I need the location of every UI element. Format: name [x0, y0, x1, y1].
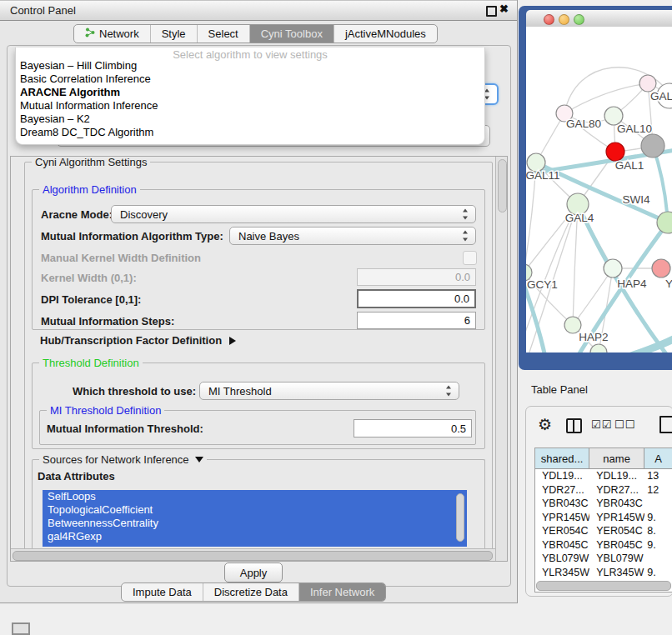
close-icon[interactable]: ✖: [499, 2, 509, 15]
network-node-y[interactable]: [652, 259, 670, 278]
apply-button[interactable]: Apply: [224, 562, 283, 582]
dropdown-item-bayesian-hill-climbing[interactable]: Bayesian – Hill Climbing: [18, 59, 482, 72]
combobox-value: Naive Bayes: [238, 230, 299, 242]
network-view-window[interactable]: GALGAL80GAL10GAL1GAL11GAL4SWI4HAP4YGCY1H…: [519, 6, 672, 370]
deselect-all-columns-icon[interactable]: ☐☐: [614, 418, 635, 431]
list-item-gal4rgexp[interactable]: gal4RGexp: [43, 530, 467, 543]
hub-transcription-expander[interactable]: Hub/Transcription Factor Definition: [40, 334, 236, 347]
table-body: YDL19...YDL19...13YDR27...YDR27...12YBR0…: [535, 469, 672, 592]
list-scrollbar-thumb[interactable]: [456, 493, 464, 542]
document-icon[interactable]: [659, 416, 672, 433]
mi-threshold-definition-group: MI Threshold Definition Mutual Informati…: [39, 410, 476, 445]
control-panel-tabbar: Network Style Select Cyni Toolbox jActiv…: [73, 24, 438, 43]
network-graph[interactable]: GALGAL80GAL10GAL1GAL11GAL4SWI4HAP4YGCY1H…: [526, 27, 672, 352]
mi-algorithm-type-label: Mutual Information Algorithm Type:: [41, 230, 223, 242]
node-label: GCY1: [527, 278, 558, 291]
network-node-gal[interactable]: [639, 75, 656, 92]
tab-select[interactable]: Select: [198, 25, 250, 42]
control-panel-window: Control Panel ✖ Network Style Select Cyn…: [0, 0, 518, 603]
mi-algorithm-type-combobox[interactable]: Naive Bayes: [229, 227, 476, 245]
table-horizontal-scrollbar-thumb[interactable]: [536, 581, 671, 591]
combobox-value: Discovery: [120, 208, 168, 221]
tab-label: Network: [99, 28, 139, 40]
vertical-scrollbar-thumb[interactable]: [498, 159, 507, 212]
table-cell: YBR043C: [535, 497, 589, 511]
tab-label: Impute Data: [133, 586, 192, 598]
node-label: Y: [665, 278, 672, 290]
kernel-width-label: Kernel Width (0,1):: [41, 272, 137, 284]
list-item-selfloops[interactable]: SelfLoops: [43, 490, 467, 503]
tab-network[interactable]: Network: [74, 25, 151, 42]
table-cell: YDR27...: [589, 483, 644, 498]
horizontal-scrollbar[interactable]: [11, 548, 495, 562]
dropdown-item-mutual-information[interactable]: Mutual Information Inference: [18, 99, 482, 112]
kernel-width-field[interactable]: 0.0: [357, 268, 476, 286]
table-row[interactable]: YLR345WYLR345W9.: [535, 566, 672, 580]
table-row[interactable]: YDR27...YDR27...12: [535, 483, 672, 498]
network-node-swi4[interactable]: [657, 212, 672, 233]
tab-cyni-toolbox[interactable]: Cyni Toolbox: [250, 25, 334, 42]
table-cell: [644, 497, 672, 511]
horizontal-scrollbar-thumb[interactable]: [13, 551, 493, 561]
node-label: SWI4: [622, 193, 649, 206]
network-node[interactable]: [590, 344, 607, 352]
column-header-shared-name[interactable]: shared...: [535, 448, 589, 468]
mi-steps-label: Mutual Information Steps:: [41, 315, 174, 328]
vertical-scrollbar[interactable]: [495, 157, 508, 561]
threshold-definition-group: Threshold Definition Which threshold to …: [32, 362, 485, 449]
combobox-value: MI Threshold: [208, 385, 272, 398]
data-attributes-label: Data Attributes: [38, 470, 115, 482]
tab-jactivemnodules[interactable]: jActiveMNodules: [334, 25, 437, 42]
tab-impute-data[interactable]: Impute Data: [122, 583, 203, 601]
table-cell: YBR045C: [535, 538, 589, 552]
table-toolbar: ⚙ ☑☑ ☐☐: [526, 415, 672, 440]
close-traffic-light-icon[interactable]: [544, 14, 554, 25]
table-row[interactable]: YER054CYER054C8.: [535, 524, 672, 538]
dropdown-item-aracne[interactable]: ARACNE Algorithm: [18, 86, 482, 99]
dropdown-item-bayesian-k2[interactable]: Bayesian – K2: [18, 112, 482, 126]
mi-threshold-label: Mutual Information Threshold:: [47, 422, 203, 435]
group-title: Cyni Algorithm Settings: [32, 156, 150, 168]
sources-expander[interactable]: Sources for Network Inference: [39, 453, 207, 466]
network-canvas[interactable]: GALGAL80GAL10GAL1GAL11GAL4SWI4HAP4YGCY1H…: [526, 27, 672, 352]
select-all-columns-icon[interactable]: ☑☑: [591, 418, 612, 431]
expand-down-icon: [195, 457, 203, 462]
table-row[interactable]: YDL19...YDL19...13: [535, 469, 672, 483]
network-node-hap4[interactable]: [604, 259, 622, 278]
dropdown-item-dream8[interactable]: Dream8 DC_TDC Algorithm: [18, 126, 482, 139]
column-header-a[interactable]: A: [644, 448, 672, 468]
float-window-icon[interactable]: [486, 6, 497, 17]
tab-infer-network[interactable]: Infer Network: [299, 583, 385, 601]
table-cell: YBR045C: [589, 538, 644, 552]
manual-kernel-width-checkbox[interactable]: [463, 251, 477, 265]
table-cell: YBR043C: [589, 497, 644, 511]
which-threshold-combobox[interactable]: MI Threshold: [199, 382, 459, 400]
minimize-traffic-light-icon[interactable]: [559, 14, 569, 25]
list-item-betweennesscentrality[interactable]: BetweennessCentrality: [43, 517, 467, 530]
split-panel-icon[interactable]: [566, 418, 582, 433]
node-label: GAL1: [615, 159, 644, 172]
table-row[interactable]: YBL079WYBL079W: [535, 552, 672, 566]
data-attributes-list[interactable]: SelfLoops TopologicalCoefficient Between…: [43, 490, 467, 547]
table-row[interactable]: YPR145WYPR145W9.: [535, 511, 672, 525]
collapsed-panel-icon[interactable]: [12, 622, 30, 635]
tab-discretize-data[interactable]: Discretize Data: [203, 583, 299, 601]
mi-steps-field[interactable]: 6: [357, 312, 476, 329]
dropdown-item-basic-correlation[interactable]: Basic Correlation Inference: [18, 72, 482, 86]
network-node[interactable]: [641, 134, 664, 158]
mi-threshold-field[interactable]: 0.5: [354, 419, 472, 438]
settings-gear-icon[interactable]: ⚙: [538, 415, 552, 433]
dpi-tolerance-field[interactable]: 0.0: [357, 289, 476, 308]
network-node-gal1[interactable]: [606, 142, 624, 161]
hub-transcription-label: Hub/Transcription Factor Definition: [40, 334, 222, 347]
list-item-topologicalcoefficient[interactable]: TopologicalCoefficient: [43, 503, 467, 517]
tab-style[interactable]: Style: [151, 25, 198, 42]
table-row[interactable]: YBR045CYBR045C9.: [535, 538, 672, 552]
table-row[interactable]: YBR043CYBR043C: [535, 497, 672, 511]
column-header-name[interactable]: name: [589, 448, 644, 468]
tab-label: Select: [208, 28, 238, 40]
zoom-traffic-light-icon[interactable]: [574, 14, 584, 25]
aracne-mode-combobox[interactable]: Discovery: [111, 205, 476, 223]
table-cell: YER054C: [535, 524, 589, 538]
manual-kernel-width-label: Manual Kernel Width Definition: [41, 252, 201, 264]
